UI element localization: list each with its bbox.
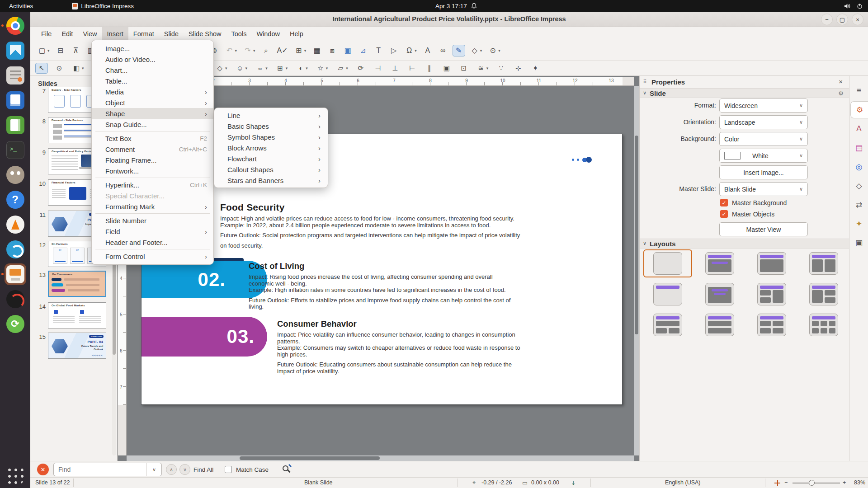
find-replace-icon[interactable]: ⌕ <box>260 45 272 56</box>
app-grid-icon[interactable] <box>4 465 26 486</box>
fontwork-icon[interactable]: A <box>422 45 434 56</box>
menu-tools[interactable]: Tools <box>226 27 252 41</box>
layout-blank[interactable] <box>643 249 692 277</box>
3d-objects-icon[interactable]: ▱▾ <box>335 63 349 74</box>
layout-title-two-content[interactable] <box>799 249 848 277</box>
master-objects-checkbox[interactable] <box>720 210 728 218</box>
slides-panel-scrollbar-thumb[interactable] <box>113 253 116 355</box>
orientation-dropdown[interactable]: Landscape∨ <box>719 115 808 129</box>
menu-item-shape[interactable]: Shape› <box>92 108 213 119</box>
redo-icon[interactable]: ↷▾ <box>242 45 257 56</box>
collapse-chevron-icon[interactable]: ∨ <box>643 90 646 96</box>
menu-slide[interactable]: Slide <box>159 27 184 41</box>
close-find-bar-icon[interactable]: ✕ <box>37 464 49 475</box>
section3-number-pill[interactable]: 03. <box>142 317 267 357</box>
master-slide-status[interactable]: Blank Slide <box>304 479 333 486</box>
basic-shapes-icon[interactable]: ◇▾ <box>214 63 229 74</box>
vscode-icon[interactable] <box>5 40 26 61</box>
remote-icon[interactable] <box>5 239 26 260</box>
slide-transition-tab-icon[interactable]: ⇄ <box>849 196 868 213</box>
edit-points-icon[interactable]: ∵ <box>495 63 507 74</box>
window-titlebar[interactable]: International Agricultural Product Price… <box>30 12 868 27</box>
fill-color-icon[interactable]: ◧▾ <box>71 63 85 74</box>
zoom-slider-track[interactable] <box>793 483 840 483</box>
find-history-dropdown-icon[interactable]: ∨ <box>146 463 161 476</box>
menu-item-text-box[interactable]: Text BoxF2 <box>92 133 213 144</box>
layouts-section-header[interactable]: ∨ Layouts <box>640 239 849 249</box>
insert-table-icon[interactable]: ⊞▾ <box>293 45 308 56</box>
menu-item-form-control[interactable]: Form Control› <box>92 251 213 262</box>
volume-icon[interactable] <box>844 3 850 9</box>
format-dropdown[interactable]: Widescreen∨ <box>719 99 808 113</box>
calc-icon[interactable] <box>5 114 26 136</box>
insert-image-icon[interactable]: ▣ <box>342 45 354 56</box>
menu-item-field[interactable]: Field› <box>92 226 213 237</box>
animation-tab-icon[interactable]: ✦ <box>849 215 868 232</box>
spelling-icon[interactable]: A✓ <box>276 45 289 56</box>
properties-tab-icon[interactable]: ⚙ <box>850 101 868 118</box>
menu-file[interactable]: File <box>36 27 57 41</box>
distribute-icon[interactable]: ∥ <box>424 63 435 74</box>
rotate-icon[interactable]: ⟳ <box>355 63 367 74</box>
submenu-item-symbol-shapes[interactable]: Symbol Shapes› <box>214 131 328 142</box>
sidebar-settings-icon[interactable]: ≡ <box>849 82 868 99</box>
submenu-item-callout-shapes[interactable]: Callout Shapes› <box>214 164 328 175</box>
submenu-item-flowchart[interactable]: Flowchart› <box>214 153 328 164</box>
menu-item-floating-frame[interactable]: Floating Frame... <box>92 155 213 165</box>
focused-app-indicator[interactable]: LibreOffice Impress <box>72 3 134 9</box>
zoom-icon[interactable]: ⊙▾ <box>487 45 502 56</box>
menu-item-chart[interactable]: Chart... <box>92 65 213 75</box>
stars-banners-icon[interactable]: ☆▾ <box>315 63 330 74</box>
zoom-slider-thumb[interactable] <box>809 480 815 486</box>
menu-view[interactable]: View <box>78 27 102 41</box>
open-icon[interactable]: ⊟ <box>55 45 66 56</box>
block-arrows-icon[interactable]: ⇔▾ <box>254 63 269 74</box>
master-objects-checkbox-row[interactable]: Master Objects <box>720 210 774 218</box>
align-right-icon[interactable]: ⊢ <box>406 63 418 74</box>
gallery-tab-icon[interactable]: ▤ <box>849 139 868 156</box>
special-character-icon[interactable]: Ω▾ <box>403 45 418 56</box>
submenu-item-stars-and-banners[interactable]: Stars and Banners› <box>214 175 328 186</box>
document-saved-icon[interactable]: ↧ <box>571 479 576 486</box>
menu-format[interactable]: Format <box>128 27 159 41</box>
submenu-item-line[interactable]: Line› <box>214 110 328 121</box>
show-draw-functions-icon[interactable]: ✎ <box>453 45 465 56</box>
software-updater-icon[interactable] <box>5 313 26 335</box>
find-and-replace-icon[interactable] <box>283 465 292 474</box>
new-document-icon[interactable]: ▢▾ <box>36 45 51 56</box>
menu-insert[interactable]: Insert <box>102 27 128 41</box>
master-background-checkbox[interactable] <box>720 199 728 206</box>
menu-item-image[interactable]: Image... <box>92 43 213 54</box>
flowchart-icon[interactable]: ⊞▾ <box>274 63 289 74</box>
display-grid-icon[interactable]: ▦ <box>311 45 323 56</box>
menu-edit[interactable]: Edit <box>57 27 78 41</box>
menu-item-special-character[interactable]: Special Character... <box>92 190 213 201</box>
menu-item-media[interactable]: Media› <box>92 86 213 97</box>
chrome-icon[interactable] <box>5 15 26 37</box>
sidebar-close-icon[interactable]: × <box>839 78 843 85</box>
navigator-tab-icon[interactable]: ◎ <box>849 158 868 175</box>
menu-item-fontwork[interactable]: Fontwork... <box>92 165 213 176</box>
insert-media-icon[interactable]: ▷ <box>388 45 400 56</box>
food-security-text-block[interactable]: Food Security Impact: High and volatile … <box>220 202 532 249</box>
fit-slide-icon[interactable] <box>774 480 780 486</box>
align-left-icon[interactable]: ⊣ <box>372 63 384 74</box>
writer-icon[interactable] <box>5 89 26 111</box>
layout-bar-two-split[interactable] <box>643 311 692 339</box>
menu-slide-show[interactable]: Slide Show <box>184 27 226 41</box>
layout-centered-text[interactable] <box>695 280 744 308</box>
help-icon[interactable] <box>5 189 26 211</box>
shapes-tab-icon[interactable]: ◇ <box>849 177 868 194</box>
layout-one-left-two-right[interactable] <box>799 280 848 308</box>
restore-button[interactable]: ▢ <box>836 14 848 25</box>
glue-points-icon[interactable]: ⊹ <box>512 63 524 74</box>
horizontal-scrollbar[interactable] <box>127 455 634 461</box>
slide-thumbnail-14[interactable]: On Global Food Markets <box>48 302 106 328</box>
vertical-scrollbar[interactable] <box>634 86 639 455</box>
menu-item-table[interactable]: Table... <box>92 75 213 86</box>
master-view-button[interactable]: Master View <box>719 222 808 236</box>
minimize-button[interactable]: − <box>821 14 833 25</box>
clock[interactable]: Apr 3 17:17 <box>435 3 477 9</box>
basic-shapes-icon[interactable]: ◇▾ <box>469 45 484 56</box>
sidebar-drag-handle-icon[interactable]: ⠿ <box>643 79 647 85</box>
